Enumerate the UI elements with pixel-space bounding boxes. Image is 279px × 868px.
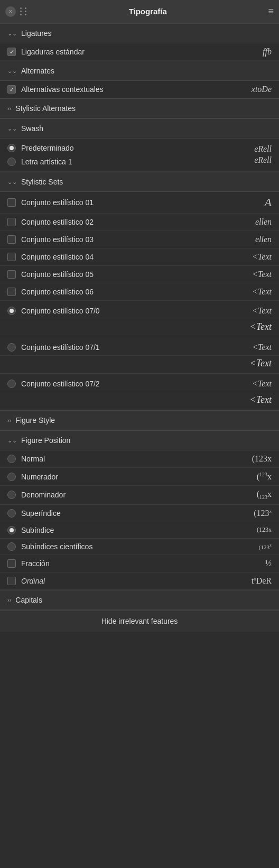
denominador-radio[interactable] xyxy=(7,491,16,499)
predeterminado-radio[interactable] xyxy=(7,144,16,152)
alternativas-checkbox[interactable]: ✓ xyxy=(7,85,16,94)
list-item: Fracción ½ xyxy=(0,555,279,572)
swash-preview: eRelleRell xyxy=(229,144,272,166)
set071-label: Conjunto estilístico 07/1 xyxy=(21,343,229,352)
hide-irrelevant-label: Hide irrelevant features xyxy=(101,617,178,625)
ligatures-arrow: ⌄ xyxy=(7,30,17,37)
figure-style-arrow: › xyxy=(7,417,11,423)
list-item: Numerador (123x xyxy=(0,468,279,486)
set072-preview: <Text xyxy=(229,379,272,389)
list-item: Predeterminado Letra artística 1 eRelleR… xyxy=(0,138,279,172)
alternativas-label: Alternativas contextuales xyxy=(21,85,229,94)
denominador-preview: (123x xyxy=(229,490,272,500)
subindice-radio[interactable] xyxy=(7,526,16,534)
alternates-label: Alternates xyxy=(21,67,54,75)
set072-preview-large: <Text xyxy=(250,394,272,405)
figure-style-section-header[interactable]: › Figure Style xyxy=(0,410,279,430)
hide-irrelevant-button[interactable]: Hide irrelevant features xyxy=(0,610,279,632)
superindice-radio[interactable] xyxy=(7,509,16,518)
list-item: Subíndices científicos (123x xyxy=(0,539,279,555)
capitals-label: Capitals xyxy=(15,596,42,604)
ligatures-section-header[interactable]: ⌄ Ligatures xyxy=(0,23,279,43)
denominador-label: Denominador xyxy=(21,491,229,499)
normal-radio[interactable] xyxy=(7,455,16,463)
list-item: Conjunto estilístico 03 ellen xyxy=(0,231,279,248)
list-item: ✓ Alternativas contextuales xtoDe xyxy=(0,81,279,98)
ordinal-checkbox[interactable] xyxy=(7,577,16,585)
subindice-preview: (123x xyxy=(229,526,272,534)
subindices-cientificos-preview: (123x xyxy=(229,543,272,550)
set04-label: Conjunto estilístico 04 xyxy=(21,253,229,261)
set02-preview: ellen xyxy=(229,217,272,227)
list-item: Conjunto estilístico 04 <Text xyxy=(0,248,279,266)
set072-label: Conjunto estilístico 07/2 xyxy=(21,380,229,388)
set071-preview-large: <Text xyxy=(250,358,272,369)
menu-button[interactable]: ≡ xyxy=(268,6,274,17)
ordinal-label: Ordinal xyxy=(21,577,229,585)
set02-label: Conjunto estilístico 02 xyxy=(21,218,229,226)
set04-preview: <Text xyxy=(229,252,272,262)
stylistic-sets-arrow: ⌄ xyxy=(7,179,17,186)
set071-radio[interactable] xyxy=(7,343,16,352)
set03-preview: ellen xyxy=(229,235,272,244)
subindice-label: Subíndice xyxy=(21,526,229,534)
figure-position-section-header[interactable]: ⌄ Figure Position xyxy=(0,430,279,450)
stylistic-alternates-section-header[interactable]: › Stylistic Alternates xyxy=(0,98,279,118)
set05-checkbox[interactable] xyxy=(7,270,16,279)
fraccion-checkbox[interactable] xyxy=(7,559,16,568)
ligaduras-checkbox[interactable]: ✓ xyxy=(7,48,16,56)
alternates-section-header[interactable]: ⌄ Alternates xyxy=(0,61,279,81)
swash-section-header[interactable]: ⌄ Swash xyxy=(0,118,279,138)
list-item: ✓ Ligaduras estándar ffb xyxy=(0,43,279,61)
predeterminado-label: Predeterminado xyxy=(21,144,229,152)
normal-preview: (123x xyxy=(229,454,272,464)
fraccion-label: Fracción xyxy=(21,559,229,568)
ligaduras-label: Ligaduras estándar xyxy=(21,48,229,56)
close-button[interactable]: × xyxy=(5,6,16,17)
set05-label: Conjunto estilístico 05 xyxy=(21,270,229,279)
list-item: Ordinal toDeR xyxy=(0,572,279,590)
swash-label: Swash xyxy=(21,124,43,133)
set02-checkbox[interactable] xyxy=(7,218,16,226)
list-item: Conjunto estilístico 06 <Text xyxy=(0,283,279,301)
normal-label: Normal xyxy=(21,455,229,463)
stylistic-alternates-arrow: › xyxy=(7,105,11,112)
set070-label: Conjunto estilístico 07/0 xyxy=(21,307,229,315)
drag-handle[interactable] xyxy=(20,7,27,15)
set070-preview: <Text xyxy=(229,306,272,316)
set072-radio[interactable] xyxy=(7,380,16,388)
list-item: Conjunto estilístico 07/0 <Text xyxy=(0,301,279,319)
superindice-preview: (123x xyxy=(229,509,272,518)
set01-checkbox[interactable] xyxy=(7,198,16,207)
swash-arrow: ⌄ xyxy=(7,125,17,132)
set04-checkbox[interactable] xyxy=(7,253,16,261)
letra-artistica-radio[interactable] xyxy=(7,158,16,166)
capitals-arrow: › xyxy=(7,597,11,603)
set03-checkbox[interactable] xyxy=(7,235,16,244)
alternativas-preview: xtoDe xyxy=(229,85,272,94)
letra-artistica-label: Letra artística 1 xyxy=(21,158,229,166)
fraccion-preview: ½ xyxy=(229,559,272,568)
numerador-radio[interactable] xyxy=(7,473,16,481)
set071-preview: <Text xyxy=(229,343,272,352)
capitals-section-header[interactable]: › Capitals xyxy=(0,590,279,610)
panel-title: Tipografía xyxy=(27,7,268,16)
set01-preview: A xyxy=(229,196,272,209)
figure-position-label: Figure Position xyxy=(21,436,70,445)
list-item: Conjunto estilístico 07/1 <Text xyxy=(0,337,279,356)
ligaduras-preview: ffb xyxy=(229,47,272,57)
ordinal-preview: toDeR xyxy=(229,576,272,586)
list-item: Denominador (123x xyxy=(0,486,279,504)
stylistic-sets-section-header[interactable]: ⌄ Stylistic Sets xyxy=(0,172,279,192)
set06-checkbox[interactable] xyxy=(7,288,16,296)
set070-radio[interactable] xyxy=(7,307,16,315)
stylistic-sets-label: Stylistic Sets xyxy=(21,178,63,186)
list-item: Superíndice (123x xyxy=(0,505,279,522)
set03-label: Conjunto estilístico 03 xyxy=(21,235,229,244)
close-icon: × xyxy=(8,8,12,15)
set06-preview: <Text xyxy=(229,287,272,297)
figure-position-arrow: ⌄ xyxy=(7,437,17,444)
list-item: Conjunto estilístico 05 <Text xyxy=(0,266,279,283)
subindices-cientificos-radio[interactable] xyxy=(7,542,16,551)
set01-label: Conjunto estilístico 01 xyxy=(21,198,229,207)
